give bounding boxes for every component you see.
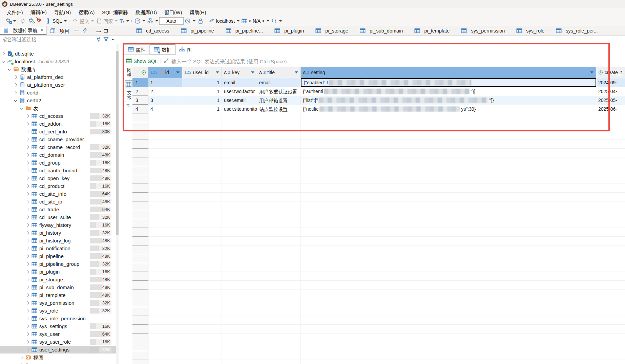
- sql-editor-button[interactable]: SQL: [45, 17, 68, 25]
- editor-tab-pi_plugin[interactable]: pi_plugin: [270, 26, 309, 35]
- empty-row-header[interactable]: [132, 360, 148, 364]
- chevron-down-icon[interactable]: [20, 106, 23, 109]
- cell-key[interactable]: user.two.factor: [222, 87, 257, 96]
- tab-diagram[interactable]: 图: [175, 44, 195, 55]
- tree-item-sys_user_role[interactable]: sys_user_role16K: [0, 338, 116, 346]
- connection-filter-input[interactable]: [0, 37, 96, 42]
- column-dropdown-icon[interactable]: [295, 71, 298, 73]
- tree-item-cd_cname_record[interactable]: cd_cname_record32K: [0, 143, 116, 151]
- filter-funnel-icon[interactable]: [103, 37, 109, 43]
- editor-tab-pi_pipeline[interactable]: pi_pipeline...: [221, 26, 268, 35]
- cell-key[interactable]: email: [222, 78, 257, 87]
- empty-row-header[interactable]: [132, 219, 148, 228]
- cell-setting[interactable]: {"enabled":t: [301, 78, 596, 87]
- dropdown-icon[interactable]: [237, 20, 239, 22]
- reconnect-button[interactable]: ⟳: [27, 17, 35, 25]
- chevron-right-icon[interactable]: [26, 325, 29, 328]
- expand-filter-icon[interactable]: [164, 58, 169, 64]
- row-number[interactable]: 3: [132, 96, 148, 105]
- cell-title[interactable]: email: [257, 78, 301, 87]
- tree-item-sys_permission[interactable]: sys_permission32K: [0, 299, 116, 307]
- menu-item-2[interactable]: 导航(N): [51, 8, 74, 16]
- empty-row-header[interactable]: [132, 113, 148, 122]
- chevron-right-icon[interactable]: [26, 278, 29, 281]
- tree-item-sys_settings[interactable]: sys_settings16K: [0, 322, 116, 330]
- menu-item-4[interactable]: SQL 编辑器: [99, 8, 131, 16]
- dropdown-icon[interactable]: [64, 20, 67, 22]
- tree-item-pi_storage[interactable]: pi_storage48K: [0, 276, 116, 283]
- empty-row-header[interactable]: [132, 201, 148, 210]
- chevron-right-icon[interactable]: [26, 340, 29, 344]
- chevron-right-icon[interactable]: [26, 208, 29, 211]
- filter-expression-placeholder[interactable]: 输入一个 SQL 表达式来过滤结果 (使用 Ctrl+Space): [171, 58, 287, 65]
- maximize-panel-icon[interactable]: [104, 29, 108, 33]
- tree-item-db.sqlite[interactable]: db.sqlite: [0, 50, 116, 58]
- tree-item-pi_history_log[interactable]: pi_history_log48K: [0, 237, 116, 244]
- column-header-id[interactable]: 123id: [148, 67, 182, 78]
- empty-row-header[interactable]: [132, 325, 148, 334]
- empty-row-header[interactable]: [132, 193, 148, 201]
- tree-item-ai_platform_user[interactable]: ai_platform_user: [0, 81, 116, 89]
- cell-user-id[interactable]: 1: [182, 96, 222, 105]
- dropdown-icon[interactable]: [279, 20, 282, 22]
- column-header-user_id[interactable]: 123user_id: [182, 67, 222, 78]
- empty-row-header[interactable]: [132, 254, 148, 263]
- tree-item-pi_pipeline_group[interactable]: pi_pipeline_group32K: [0, 260, 116, 268]
- column-dropdown-icon[interactable]: [176, 71, 180, 73]
- cell-id[interactable]: 4: [148, 105, 182, 113]
- menu-item-3[interactable]: 搜索(A): [75, 8, 98, 16]
- chevron-right-icon[interactable]: [26, 185, 29, 188]
- chevron-right-icon[interactable]: [26, 301, 29, 305]
- chevron-right-icon[interactable]: [26, 348, 29, 351]
- chevron-right-icon[interactable]: [26, 239, 29, 242]
- database-select-button[interactable]: < N/A >: [241, 17, 270, 24]
- performance-button[interactable]: [133, 17, 146, 25]
- editor-tab-sys_role[interactable]: sys_role: [512, 26, 549, 35]
- auto-commit-combo[interactable]: Auto: [159, 17, 184, 25]
- tree-item-sys_role_permission[interactable]: sys_role_permission: [0, 315, 116, 322]
- cell-setting[interactable]: {"notificys":30}: [301, 105, 596, 113]
- tree-item-flyway_history[interactable]: flyway_history16K: [0, 221, 116, 229]
- editor-tab-pi_pipeline[interactable]: pi_pipeline: [176, 26, 219, 35]
- chevron-right-icon[interactable]: [14, 83, 17, 87]
- dropdown-icon[interactable]: [126, 20, 129, 22]
- tree-item-cd_site_info[interactable]: cd_site_info64K: [0, 190, 116, 198]
- empty-row-header[interactable]: [132, 140, 148, 149]
- empty-row-header[interactable]: [132, 131, 148, 140]
- transaction-log-button[interactable]: T▾: [119, 17, 130, 24]
- menu-item-7[interactable]: 帮助(H): [186, 8, 209, 16]
- empty-row-header[interactable]: [132, 210, 148, 219]
- empty-row-header[interactable]: [132, 334, 148, 342]
- tree-item-cd_user_suite[interactable]: cd_user_suite32K: [0, 213, 116, 221]
- tree-item-pi_notification[interactable]: pi_notification32K: [0, 244, 116, 252]
- chevron-right-icon[interactable]: [26, 216, 29, 219]
- lock-button[interactable]: [196, 17, 205, 25]
- empty-row-header[interactable]: [132, 342, 148, 351]
- column-dropdown-icon[interactable]: [590, 71, 593, 73]
- chevron-right-icon[interactable]: [26, 317, 29, 320]
- cell-user-id[interactable]: 1: [182, 87, 222, 96]
- chevron-right-icon[interactable]: [26, 122, 29, 126]
- chevron-right-icon[interactable]: [26, 161, 29, 165]
- cell-create-time[interactable]: 2025-05-: [596, 96, 625, 105]
- menu-item-5[interactable]: 数据库(D): [132, 8, 160, 16]
- connection-type-button[interactable]: localhost: [208, 17, 241, 24]
- empty-row-header[interactable]: [132, 237, 148, 245]
- link-editor-icon[interactable]: [82, 28, 87, 34]
- chevron-right-icon[interactable]: [26, 333, 29, 336]
- empty-row-header[interactable]: [132, 175, 148, 184]
- empty-row-header[interactable]: [132, 290, 148, 298]
- column-header-key[interactable]: A-Zkey: [222, 67, 257, 78]
- cell-create-time[interactable]: 2025-06-: [596, 105, 625, 113]
- tab-database-navigator[interactable]: 数据库导航 ✕: [0, 26, 47, 35]
- tree-item-cd_trade[interactable]: cd_trade64K: [0, 206, 116, 213]
- cell-title[interactable]: 用户邮箱设置: [257, 96, 301, 105]
- chevron-right-icon[interactable]: [26, 309, 29, 313]
- chevron-right-icon[interactable]: [26, 247, 29, 250]
- cell-setting[interactable]: {"authenti"}}: [301, 87, 596, 96]
- cell-create-time[interactable]: 2025-04-: [596, 87, 625, 96]
- column-dropdown-icon[interactable]: [251, 71, 254, 73]
- chevron-right-icon[interactable]: [26, 177, 29, 180]
- tree-item-pi_sub_domain[interactable]: pi_sub_domain48K: [0, 283, 116, 291]
- close-icon[interactable]: ✕: [40, 28, 44, 33]
